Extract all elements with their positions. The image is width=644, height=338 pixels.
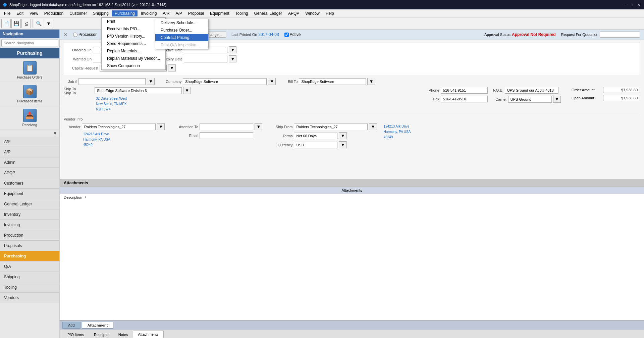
attention-to-dropdown[interactable]: ▼ <box>255 123 262 130</box>
print-delivery-schedule-item[interactable]: Delivery Schedule... <box>155 19 208 27</box>
menu-general-ledger[interactable]: General Ledger <box>252 10 285 16</box>
menu-edit[interactable]: Edit <box>14 10 26 16</box>
currency-input[interactable] <box>294 142 337 148</box>
menu-ar[interactable]: A/R <box>160 10 172 16</box>
menu-window[interactable]: Window <box>303 10 322 16</box>
menu-replan-materials-vendor-item[interactable]: Replan Materials By Vendor... <box>102 55 165 62</box>
sidebar-item-customers[interactable]: Customers <box>0 178 59 189</box>
attention-to-input[interactable] <box>200 124 253 130</box>
phone-input[interactable] <box>441 87 488 94</box>
minimize-btn[interactable]: ─ <box>623 2 628 7</box>
ship-to-input[interactable] <box>95 87 182 94</box>
ship-from-input[interactable] <box>294 124 368 130</box>
currency-dropdown[interactable]: ▼ <box>339 141 346 148</box>
menu-purchasing[interactable]: Purchasing <box>112 10 138 16</box>
menu-show-comparison-item[interactable]: Show Comparison <box>102 62 165 69</box>
print-contract-pricing-item[interactable]: Contract Pricing... <box>155 34 208 41</box>
close-btn[interactable]: ✕ <box>636 2 641 7</box>
sidebar-item-production[interactable]: Production <box>0 230 59 241</box>
add-btn[interactable]: Add <box>62 322 80 329</box>
sidebar-icon-receiving[interactable]: 📥 Receiving <box>0 106 59 130</box>
vendor-info-section: Vendor Info Vendor ▼ 124213 Ark DriveHar… <box>64 115 640 148</box>
print-purchase-order-item[interactable]: Purchase Order... <box>155 27 208 34</box>
menu-customer[interactable]: Customer <box>67 10 90 16</box>
active-checkbox[interactable] <box>284 33 289 37</box>
menu-shipping[interactable]: Shipping <box>90 10 111 16</box>
menu-view[interactable]: View <box>27 10 41 16</box>
sidebar-item-purchasing[interactable]: Purchasing <box>0 251 59 261</box>
sidebar-icon-purchase-orders[interactable]: 📋 Purchase Orders <box>0 58 59 82</box>
search-nav-container <box>1 40 58 46</box>
tab-attachments[interactable]: Attachments <box>133 331 163 338</box>
bill-to-input[interactable] <box>299 78 366 85</box>
bill-to-dropdown[interactable]: ▼ <box>367 78 375 85</box>
currency-field: Currency ▼ <box>269 141 377 148</box>
menu-production[interactable]: Production <box>42 10 66 16</box>
toolbar-save[interactable]: 💾 <box>11 19 21 28</box>
terms-input[interactable] <box>294 133 337 139</box>
email-input[interactable] <box>200 132 253 139</box>
purchased-items-icon: 📦 <box>23 85 37 98</box>
job-input[interactable] <box>78 78 146 85</box>
expiry-date-dropdown[interactable]: ▼ <box>229 55 236 62</box>
sidebar-item-inventory[interactable]: Inventory <box>0 209 59 220</box>
fob-input[interactable] <box>505 87 558 94</box>
open-amount-input[interactable] <box>603 95 640 101</box>
carrier-input[interactable] <box>508 96 552 103</box>
sidebar-item-proposals[interactable]: Proposals <box>0 241 59 251</box>
expiry-date-input[interactable] <box>184 56 227 62</box>
menu-invoicing[interactable]: Invoicing <box>138 10 159 16</box>
tab-notes[interactable]: Notes <box>113 331 133 338</box>
toolbar-settings[interactable]: ▼ <box>44 19 53 28</box>
processor-radio[interactable] <box>73 33 77 37</box>
open-amount-field: Open Amount <box>572 95 640 101</box>
effective-date-dropdown[interactable]: ▼ <box>229 46 236 53</box>
maximize-btn[interactable]: □ <box>629 2 635 7</box>
toolbar-print[interactable]: 🖨 <box>21 19 31 28</box>
sidebar-item-shipping[interactable]: Shipping <box>0 272 59 282</box>
order-amount-input[interactable] <box>603 87 640 93</box>
ship-from-dropdown[interactable]: ▼ <box>369 123 377 130</box>
capital-request-dropdown[interactable]: ▼ <box>168 64 176 71</box>
search-nav-input[interactable] <box>1 40 58 46</box>
menu-ap[interactable]: A/P <box>173 10 184 16</box>
carrier-dropdown[interactable]: ▼ <box>553 96 561 103</box>
tab-po-items[interactable]: P/O Items <box>62 331 89 338</box>
sidebar-expand-btn[interactable]: ▼ <box>0 130 59 137</box>
menu-apqp[interactable]: APQP <box>285 10 302 16</box>
sidebar-item-qa[interactable]: Q/A <box>0 261 59 272</box>
sidebar-item-general-ledger[interactable]: General Ledger <box>0 199 59 209</box>
company-dropdown[interactable]: ▼ <box>268 78 276 85</box>
sidebar-item-vendors[interactable]: Vendors <box>0 293 59 303</box>
company-input[interactable] <box>183 78 267 85</box>
sidebar-item-admin[interactable]: Admin <box>0 157 59 168</box>
sidebar-item-tooling[interactable]: Tooling <box>0 282 59 293</box>
toolbar-new[interactable]: 📄 <box>1 19 11 28</box>
panel-close-btn[interactable]: ✕ <box>64 32 68 37</box>
terms-dropdown[interactable]: ▼ <box>339 132 346 139</box>
tab-receipts[interactable]: Receipts <box>89 331 113 338</box>
sidebar-item-equipment[interactable]: Equipment <box>0 189 59 199</box>
menu-tooling[interactable]: Tooling <box>232 10 251 16</box>
sidebar-item-ar[interactable]: A/R <box>0 147 59 157</box>
menu-proposal[interactable]: Proposal <box>185 10 207 16</box>
toolbar-search[interactable]: 🔍 <box>34 19 43 28</box>
menu-help[interactable]: Help <box>323 10 337 16</box>
menu-file[interactable]: File <box>1 10 13 16</box>
vendor-input[interactable] <box>82 124 156 130</box>
print-qa-inspection-item[interactable]: Print Q/A Inspection... <box>155 41 208 49</box>
ship-to-dropdown[interactable]: ▼ <box>183 87 191 94</box>
ship-from-address: 124213 Ark DriveHarmony, PA USA45249 <box>384 124 411 140</box>
rfq-input[interactable] <box>600 32 640 38</box>
sidebar-item-invoicing[interactable]: Invoicing <box>0 220 59 230</box>
sidebar-icon-purchased-items[interactable]: 📦 Purchased Items <box>0 82 59 106</box>
sidebar-item-apqp[interactable]: APQP <box>0 168 59 178</box>
job-dropdown[interactable]: ▼ <box>147 78 155 85</box>
fax-input[interactable] <box>441 96 488 102</box>
attachment-btn[interactable]: Attachment <box>82 322 114 329</box>
vendor-dropdown[interactable]: ▼ <box>157 123 165 130</box>
receiving-icon: 📥 <box>23 109 37 122</box>
nav-header: Navigation <box>0 30 59 38</box>
menu-equipment[interactable]: Equipment <box>207 10 232 16</box>
sidebar-item-ap[interactable]: A/P <box>0 137 59 147</box>
